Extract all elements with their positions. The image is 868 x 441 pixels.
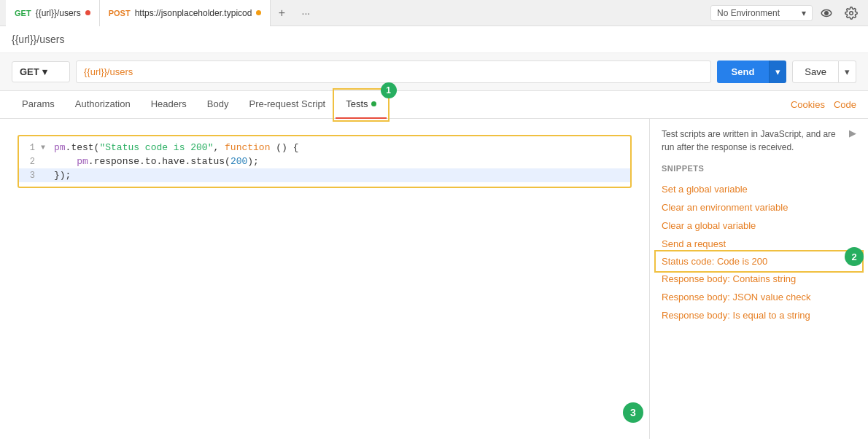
tab-add-button[interactable]: + xyxy=(271,0,292,26)
line-code-3: }); xyxy=(51,170,630,181)
snippet-clear-global-variable[interactable]: Clear a global variable xyxy=(662,216,856,235)
tab-post-dot xyxy=(256,10,261,15)
save-dropdown-button[interactable]: ▾ xyxy=(839,61,856,83)
sidebar: Test scripts are written in JavaScript, … xyxy=(649,119,868,439)
line-toggle-3 xyxy=(41,170,51,181)
snippet-clear-env-variable[interactable]: Clear an environment variable xyxy=(662,198,856,216)
code-line-3: 3 }); xyxy=(19,168,630,182)
code-editor[interactable]: 1 ▼ pm.test("Status code is 200", functi… xyxy=(18,135,632,188)
tab-body[interactable]: Body xyxy=(197,91,239,119)
tab-bar: GET {{url}}/users POST https://jsonplace… xyxy=(0,0,868,26)
tab-post-method: POST xyxy=(109,9,131,17)
snippet-status-code[interactable]: Status code: Code is 200 xyxy=(657,253,861,270)
line-toggle-1[interactable]: ▼ xyxy=(41,142,51,153)
tab-params[interactable]: Params xyxy=(12,91,65,119)
url-bar: GET ▾ Send ▾ Save ▾ xyxy=(0,53,868,91)
url-input[interactable] xyxy=(76,61,711,83)
subtabs-right: Cookies Code xyxy=(791,99,856,110)
code-badge: 3 xyxy=(623,402,643,423)
code-line-2: 2 pm.response.to.have.status(200); xyxy=(19,155,630,168)
send-button[interactable]: Send xyxy=(717,61,770,83)
code-link[interactable]: Code xyxy=(834,99,856,110)
snippet-response-contains-string[interactable]: Response body: Contains string xyxy=(662,270,856,288)
snippets-title: SNIPPETS xyxy=(662,164,856,173)
cookies-link[interactable]: Cookies xyxy=(791,99,825,110)
tab-get[interactable]: GET {{url}}/users xyxy=(6,0,100,26)
svg-point-1 xyxy=(825,11,829,15)
tab-tests[interactable]: Tests 1 xyxy=(336,91,386,119)
code-line-1: 1 ▼ pm.test("Status code is 200", functi… xyxy=(19,141,630,155)
page-title: {{url}}/users xyxy=(0,26,868,53)
method-selector[interactable]: GET ▾ xyxy=(12,61,70,82)
env-selector[interactable]: No Environment ▾ xyxy=(710,5,813,21)
tab-authorization[interactable]: Authorization xyxy=(65,91,141,119)
snippet-send-request[interactable]: Send a request xyxy=(662,235,856,253)
line-code-2: pm.response.to.have.status(200); xyxy=(51,156,630,167)
line-num-2: 2 xyxy=(19,156,41,167)
snippet-set-global-variable[interactable]: Set a global variable xyxy=(662,180,856,198)
line-num-3: 3 xyxy=(19,170,41,181)
svg-point-2 xyxy=(850,11,853,15)
save-button[interactable]: Save xyxy=(792,61,839,83)
snippet-response-equal-string[interactable]: Response body: Is equal to a string xyxy=(662,306,856,324)
tab-post[interactable]: POST https://jsonplaceholder.typicod xyxy=(100,0,271,26)
settings-icon-button[interactable] xyxy=(840,2,862,24)
send-dropdown-button[interactable]: ▾ xyxy=(769,61,786,83)
tab-more-button[interactable]: ··· xyxy=(292,0,319,26)
sidebar-arrow-icon: ▶ xyxy=(849,128,856,138)
chevron-down-icon: ▾ xyxy=(802,8,806,18)
env-selector-label: No Environment xyxy=(717,8,780,18)
subtab-bar: Params Authorization Headers Body Pre-re… xyxy=(0,91,868,119)
line-num-1: 1 xyxy=(19,142,41,153)
tab-prerequest-script[interactable]: Pre-request Script xyxy=(239,91,336,119)
tab-post-url: https://jsonplaceholder.typicod xyxy=(135,8,252,18)
method-label: GET xyxy=(20,66,39,77)
tab-get-url: {{url}}/users xyxy=(36,8,81,18)
method-chevron-icon: ▾ xyxy=(42,66,47,77)
line-toggle-2 xyxy=(41,156,51,167)
sidebar-description: Test scripts are written in JavaScript, … xyxy=(662,128,846,154)
tests-badge: 1 xyxy=(381,82,397,98)
snippet-badge: 2 xyxy=(845,247,864,266)
tests-dot xyxy=(371,101,376,106)
tab-get-method: GET xyxy=(15,9,31,17)
main-content: 1 ▼ pm.test("Status code is 200", functi… xyxy=(0,119,868,439)
tab-headers[interactable]: Headers xyxy=(141,91,197,119)
eye-icon-button[interactable] xyxy=(815,2,837,24)
tab-get-dot xyxy=(85,10,90,15)
snippet-response-json-check[interactable]: Response body: JSON value check xyxy=(662,288,856,306)
line-code-1: pm.test("Status code is 200", function (… xyxy=(51,142,630,153)
